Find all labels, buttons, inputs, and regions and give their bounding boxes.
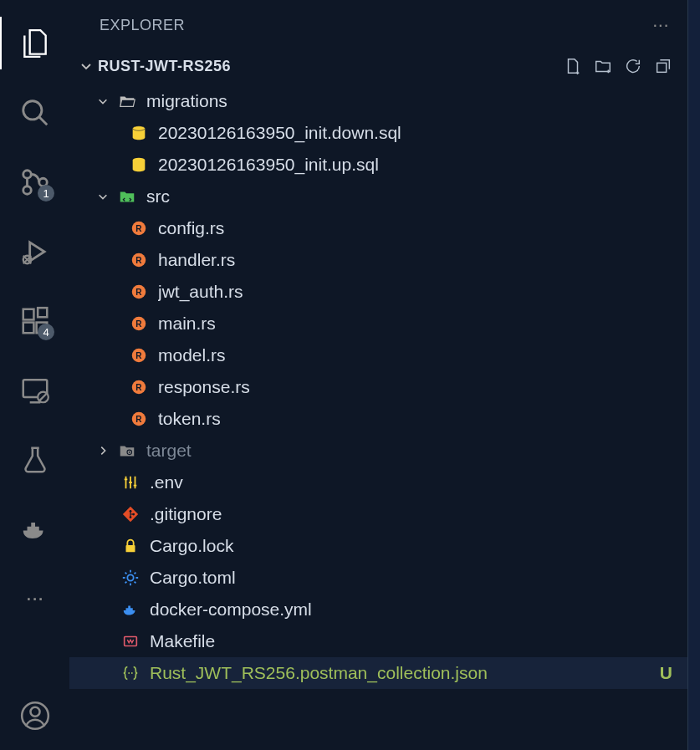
activity-more[interactable]: ··· — [0, 564, 69, 633]
chevron-right-icon — [95, 445, 111, 457]
new-file-button[interactable] — [564, 57, 582, 75]
file-label: handler.rs — [158, 250, 672, 270]
file-gitignore[interactable]: .gitignore — [69, 498, 687, 530]
file-handler-rs[interactable]: R handler.rs — [69, 244, 687, 276]
file-cargo-lock[interactable]: Cargo.lock — [69, 530, 687, 562]
json-icon — [120, 662, 141, 684]
svg-text:R: R — [135, 319, 142, 329]
file-label: docker-compose.yml — [150, 599, 672, 620]
file-label: token.rs — [158, 409, 672, 429]
file-env[interactable]: .env — [69, 467, 687, 498]
file-label: Cargo.toml — [150, 568, 672, 588]
beaker-icon — [19, 444, 51, 476]
svg-marker-5 — [29, 242, 43, 260]
activity-scm[interactable]: 1 — [0, 147, 69, 217]
file-label: response.rs — [158, 377, 672, 397]
folder-src[interactable]: src — [69, 181, 687, 212]
file-docker-compose[interactable]: docker-compose.yml — [69, 594, 687, 625]
svg-point-0 — [23, 100, 41, 119]
extensions-badge: 4 — [38, 324, 54, 340]
rust-icon: R — [128, 217, 150, 239]
makefile-icon — [120, 630, 141, 652]
docker-icon — [19, 513, 51, 545]
gear-icon — [120, 567, 141, 589]
svg-rect-44 — [125, 637, 137, 646]
activity-search[interactable] — [0, 78, 69, 147]
svg-point-38 — [129, 452, 130, 453]
new-folder-button[interactable] — [594, 57, 612, 75]
svg-text:R: R — [135, 224, 142, 233]
file-main-rs[interactable]: R main.rs — [69, 308, 687, 339]
file-label: Makefile — [150, 631, 672, 651]
file-label: 20230126163950_init.down.sql — [158, 123, 672, 143]
folder-src-icon — [116, 186, 138, 207]
rust-icon: R — [128, 376, 150, 398]
svg-point-46 — [131, 672, 133, 674]
file-token-rs[interactable]: R token.rs — [69, 403, 687, 435]
svg-point-18 — [30, 707, 39, 716]
search-icon — [19, 97, 51, 129]
explorer-header: EXPLORER ··· — [69, 0, 687, 50]
folder-label: target — [146, 441, 672, 461]
refresh-button[interactable] — [624, 57, 642, 75]
file-cargo-toml[interactable]: Cargo.toml — [69, 562, 687, 594]
env-icon — [120, 472, 141, 493]
file-label: config.rs — [158, 218, 672, 238]
file-config-rs[interactable]: R config.rs — [69, 212, 687, 244]
svg-line-1 — [38, 116, 47, 125]
file-label: Cargo.lock — [150, 536, 672, 556]
git-status-untracked: U — [660, 663, 672, 683]
file-jwt-auth-rs[interactable]: R jwt_auth.rs — [69, 276, 687, 308]
file-label: jwt_auth.rs — [158, 282, 672, 302]
folder-migrations[interactable]: migrations — [69, 85, 687, 117]
file-label: model.rs — [158, 345, 672, 365]
activity-remote[interactable] — [0, 355, 69, 425]
database-icon — [128, 154, 150, 176]
project-name: RUST-JWT-RS256 — [98, 58, 231, 75]
rust-icon: R — [128, 249, 150, 271]
folder-target[interactable]: target — [69, 435, 687, 467]
git-icon — [120, 503, 141, 525]
svg-rect-42 — [126, 545, 135, 552]
svg-text:R: R — [135, 383, 142, 392]
chevron-down-icon — [95, 95, 111, 107]
folder-open-icon — [116, 90, 138, 112]
folder-target-icon — [116, 440, 138, 462]
file-migration-up[interactable]: 20230126163950_init.up.sql — [69, 149, 687, 181]
svg-point-2 — [23, 170, 31, 178]
svg-text:R: R — [135, 288, 142, 297]
project-section-header[interactable]: RUST-JWT-RS256 — [69, 50, 687, 82]
file-migration-down[interactable]: 20230126163950_init.down.sql — [69, 117, 687, 149]
file-label: .env — [150, 472, 672, 492]
activity-bar: 1 4 ··· — [0, 0, 69, 750]
folder-label: migrations — [146, 91, 672, 111]
database-icon — [128, 122, 150, 144]
svg-point-43 — [127, 574, 133, 580]
activity-docker[interactable] — [0, 494, 69, 564]
explorer-more-actions[interactable]: ··· — [652, 14, 669, 36]
file-response-rs[interactable]: R response.rs — [69, 371, 687, 403]
rust-icon: R — [128, 344, 150, 366]
explorer-panel: EXPLORER ··· RUST-JWT-RS256 migrations 2… — [69, 0, 688, 750]
file-makefile[interactable]: Makefile — [69, 625, 687, 657]
svg-point-3 — [23, 186, 31, 194]
vertical-scrollbar[interactable] — [688, 0, 700, 750]
chevron-down-icon — [74, 59, 98, 73]
scm-badge: 1 — [38, 185, 54, 202]
svg-point-45 — [128, 672, 130, 674]
explorer-title: EXPLORER — [100, 17, 185, 34]
svg-rect-12 — [38, 308, 47, 317]
rust-icon: R — [128, 408, 150, 430]
activity-extensions[interactable]: 4 — [0, 286, 69, 355]
svg-rect-9 — [23, 309, 33, 319]
activity-explorer[interactable] — [0, 8, 69, 78]
file-model-rs[interactable]: R model.rs — [69, 339, 687, 371]
remote-icon — [19, 375, 51, 406]
file-postman-collection[interactable]: Rust_JWT_RS256.postman_collection.json U — [69, 657, 687, 689]
collapse-all-button[interactable] — [654, 57, 672, 75]
activity-debug[interactable] — [0, 217, 69, 286]
activity-account[interactable] — [0, 681, 69, 750]
rust-icon: R — [128, 313, 150, 334]
account-icon — [19, 700, 51, 732]
activity-testing[interactable] — [0, 425, 69, 494]
